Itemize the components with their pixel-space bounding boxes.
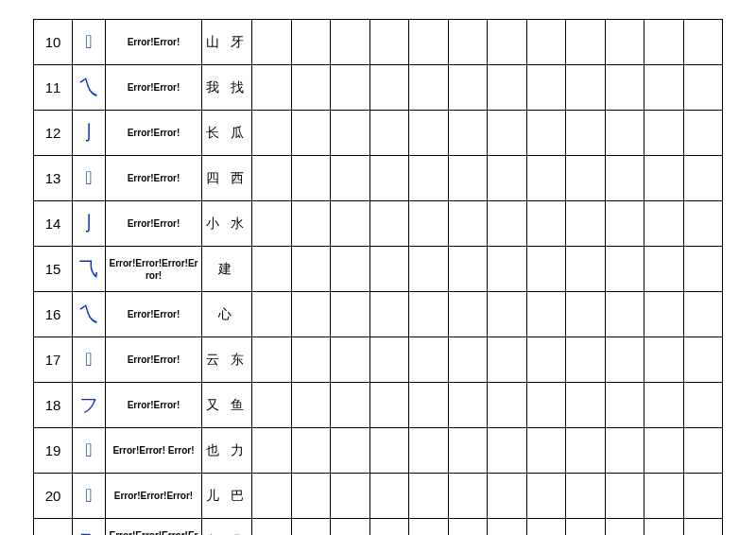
blank-cell bbox=[369, 20, 409, 65]
blank-cell bbox=[252, 292, 292, 337]
blank-cell bbox=[683, 337, 723, 383]
blank-cell bbox=[331, 428, 370, 474]
blank-cell bbox=[605, 247, 644, 292]
blank-cell bbox=[331, 383, 370, 428]
blank-cell bbox=[566, 428, 606, 474]
blank-cell bbox=[605, 65, 644, 111]
example-chars: 建 bbox=[202, 247, 252, 292]
error-text: Error!Error! bbox=[106, 65, 202, 111]
stroke-glyph: 乀 bbox=[73, 65, 106, 111]
blank-cell bbox=[683, 20, 723, 65]
table-row: 16乀Error!Error!心 bbox=[34, 292, 723, 337]
blank-cell bbox=[566, 111, 606, 156]
blank-cell bbox=[566, 383, 606, 428]
blank-cell bbox=[683, 201, 723, 247]
blank-cell bbox=[331, 474, 370, 519]
example-chars: 山 牙 bbox=[202, 20, 252, 65]
row-number: 12 bbox=[34, 111, 73, 156]
error-text: Error!Error!Error!Error! bbox=[106, 247, 202, 292]
blank-cell bbox=[448, 111, 488, 156]
blank-cell bbox=[448, 20, 488, 65]
blank-cell bbox=[526, 247, 566, 292]
blank-cell bbox=[644, 337, 684, 383]
blank-cell bbox=[291, 337, 331, 383]
blank-cell bbox=[409, 383, 449, 428]
blank-cell bbox=[644, 292, 684, 337]
blank-cell bbox=[291, 428, 331, 474]
blank-cell bbox=[331, 247, 370, 292]
blank-cell bbox=[369, 111, 409, 156]
row-number: 13 bbox=[34, 156, 73, 201]
blank-cell bbox=[291, 20, 331, 65]
row-number: 18 bbox=[34, 383, 73, 428]
blank-cell bbox=[488, 201, 527, 247]
blank-cell bbox=[566, 201, 606, 247]
blank-cell bbox=[644, 383, 684, 428]
table-row: 15⺄Error!Error!Error!Error!建 bbox=[34, 247, 723, 292]
example-chars: 又 鱼 bbox=[202, 383, 252, 428]
blank-cell bbox=[566, 292, 606, 337]
blank-cell bbox=[369, 474, 409, 519]
table-row: 13𠃊Error!Error!四 西 bbox=[34, 156, 723, 201]
blank-cell bbox=[369, 337, 409, 383]
blank-cell bbox=[488, 474, 527, 519]
blank-cell bbox=[252, 474, 292, 519]
blank-cell bbox=[448, 383, 488, 428]
stroke-glyph: 𠃑 bbox=[73, 474, 106, 519]
blank-cell bbox=[409, 519, 449, 536]
blank-cell bbox=[683, 247, 723, 292]
error-text: Error!Error! bbox=[106, 156, 202, 201]
blank-cell bbox=[566, 247, 606, 292]
row-number: 17 bbox=[34, 337, 73, 383]
blank-cell bbox=[488, 156, 527, 201]
blank-cell bbox=[566, 156, 606, 201]
row-number: 10 bbox=[34, 20, 73, 65]
blank-cell bbox=[488, 337, 527, 383]
blank-cell bbox=[331, 156, 370, 201]
blank-cell bbox=[526, 519, 566, 536]
blank-cell bbox=[291, 474, 331, 519]
blank-cell bbox=[369, 65, 409, 111]
blank-cell bbox=[683, 65, 723, 111]
blank-cell bbox=[526, 111, 566, 156]
blank-cell bbox=[331, 111, 370, 156]
example-chars: 长 瓜 bbox=[202, 111, 252, 156]
blank-cell bbox=[644, 201, 684, 247]
blank-cell bbox=[526, 428, 566, 474]
blank-cell bbox=[409, 201, 449, 247]
example-chars: 儿 巴 bbox=[202, 474, 252, 519]
blank-cell bbox=[409, 474, 449, 519]
blank-cell bbox=[566, 474, 606, 519]
blank-cell bbox=[369, 292, 409, 337]
blank-cell bbox=[566, 337, 606, 383]
blank-cell bbox=[331, 337, 370, 383]
row-number: 16 bbox=[34, 292, 73, 337]
blank-cell bbox=[605, 337, 644, 383]
blank-cell bbox=[488, 111, 527, 156]
blank-cell bbox=[644, 20, 684, 65]
blank-cell bbox=[526, 383, 566, 428]
example-chars: 四 西 bbox=[202, 156, 252, 201]
blank-cell bbox=[448, 65, 488, 111]
blank-cell bbox=[331, 65, 370, 111]
blank-cell bbox=[252, 201, 292, 247]
blank-cell bbox=[683, 474, 723, 519]
blank-cell bbox=[566, 20, 606, 65]
row-number: 20 bbox=[34, 474, 73, 519]
blank-cell bbox=[291, 519, 331, 536]
row-number: 19 bbox=[34, 428, 73, 474]
blank-cell bbox=[291, 247, 331, 292]
blank-cell bbox=[369, 383, 409, 428]
blank-cell bbox=[291, 383, 331, 428]
error-text: Error!Error! bbox=[106, 111, 202, 156]
row-number: 21 bbox=[34, 519, 73, 536]
blank-cell bbox=[448, 519, 488, 536]
blank-cell bbox=[488, 292, 527, 337]
error-text: Error!Error! bbox=[106, 292, 202, 337]
blank-cell bbox=[605, 474, 644, 519]
blank-cell bbox=[644, 474, 684, 519]
blank-cell bbox=[369, 519, 409, 536]
blank-cell bbox=[644, 519, 684, 536]
blank-cell bbox=[488, 247, 527, 292]
table-row: 17𠃋Error!Error!云 东 bbox=[34, 337, 723, 383]
